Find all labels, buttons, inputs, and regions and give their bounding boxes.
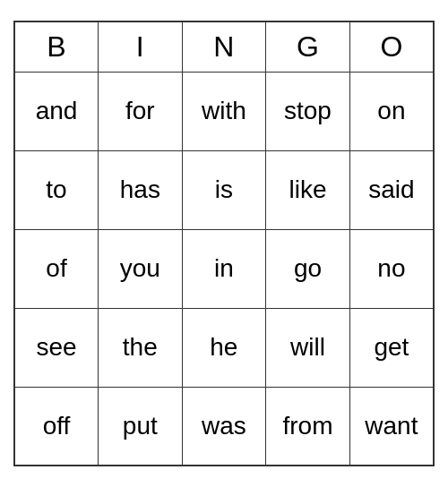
bingo-row-4: offputwasfromwant [14, 387, 434, 466]
bingo-cell-1-0: to [14, 150, 99, 229]
bingo-card: BINGO andforwithstopontohasislikesaidofy… [13, 21, 435, 466]
bingo-cell-4-4: want [349, 387, 434, 466]
bingo-cell-2-4: no [349, 229, 434, 308]
header-col-b: B [14, 21, 99, 72]
bingo-row-0: andforwithstopon [14, 72, 434, 150]
bingo-cell-2-2: in [182, 229, 266, 308]
bingo-cell-0-0: and [14, 72, 99, 150]
bingo-cell-0-4: on [349, 72, 434, 150]
bingo-cell-1-2: is [182, 150, 266, 229]
bingo-row-2: ofyouingono [14, 229, 434, 308]
bingo-cell-2-3: go [266, 229, 350, 308]
bingo-cell-3-4: get [349, 308, 434, 387]
bingo-cell-2-1: you [99, 229, 183, 308]
bingo-cell-0-2: with [182, 72, 266, 150]
bingo-cell-3-3: will [266, 308, 350, 387]
bingo-cell-0-3: stop [266, 72, 350, 150]
bingo-cell-0-1: for [99, 72, 183, 150]
header-col-o: O [349, 21, 434, 72]
header-col-g: G [266, 21, 350, 72]
bingo-row-1: tohasislikesaid [14, 150, 434, 229]
bingo-row-3: seethehewillget [14, 308, 434, 387]
bingo-cell-3-2: he [182, 308, 266, 387]
bingo-cell-4-3: from [266, 387, 350, 466]
bingo-cell-4-0: off [14, 387, 99, 466]
bingo-cell-1-3: like [266, 150, 350, 229]
bingo-cell-1-4: said [349, 150, 434, 229]
bingo-cell-3-0: see [14, 308, 99, 387]
bingo-cell-4-2: was [182, 387, 266, 466]
bingo-cell-4-1: put [99, 387, 183, 466]
bingo-header-row: BINGO [14, 21, 434, 72]
header-col-n: N [182, 21, 266, 72]
bingo-cell-2-0: of [14, 229, 99, 308]
bingo-cell-3-1: the [99, 308, 183, 387]
bingo-cell-1-1: has [99, 150, 183, 229]
header-col-i: I [99, 21, 183, 72]
